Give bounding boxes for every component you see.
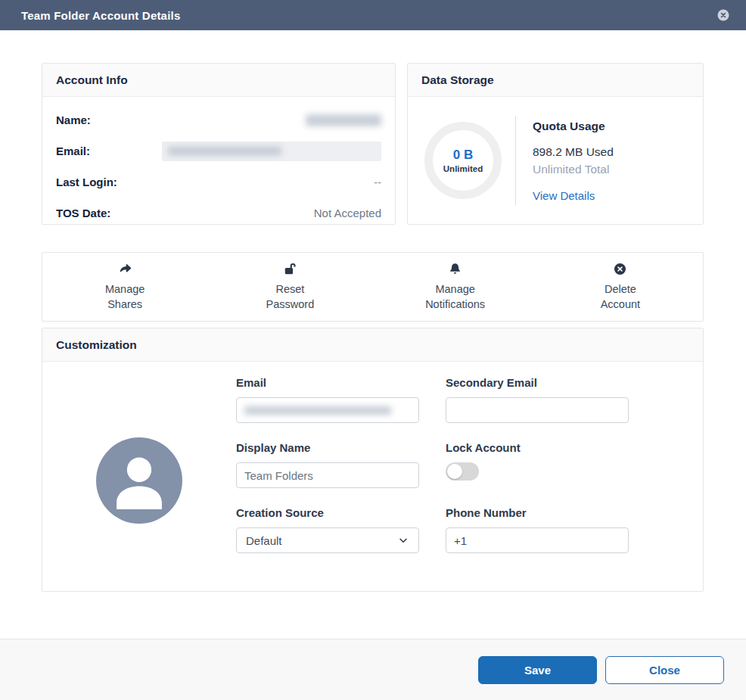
tos-date-value: Not Accepted xyxy=(314,207,381,219)
manage-notifications-label-line1: Manage xyxy=(435,282,474,297)
delete-account-label-line2: Account xyxy=(601,297,640,312)
unlock-icon xyxy=(283,263,297,276)
secondary-email-field-group: Secondary Email xyxy=(446,376,629,423)
manage-notifications-label-line2: Notifications xyxy=(425,297,485,312)
share-icon xyxy=(118,263,132,276)
email-field-group: Email xyxy=(236,376,419,423)
email-field[interactable] xyxy=(236,397,419,423)
custom-email-label: Email xyxy=(236,376,419,389)
redacted-email-value xyxy=(162,142,381,161)
account-email-row: Email: xyxy=(56,135,381,166)
quota-donut: 0 B Unlimited xyxy=(424,122,502,199)
chevron-down-icon xyxy=(397,534,409,546)
close-button[interactable]: Close xyxy=(605,656,724,684)
reset-password-button[interactable]: Reset Password xyxy=(207,263,372,312)
quota-total-value: Unlimited Total xyxy=(533,163,614,176)
lock-account-label: Lock Account xyxy=(446,441,629,454)
modal-header: Team Folder Account Details xyxy=(0,0,746,30)
data-storage-card: Data Storage 0 B Unlimited Quota Usage 8… xyxy=(407,63,704,225)
creation-source-label: Creation Source xyxy=(236,506,419,519)
account-info-title: Account Info xyxy=(42,64,395,97)
actions-bar: Manage Shares Reset Password Manage Noti… xyxy=(42,252,704,322)
email-label: Email: xyxy=(56,145,90,157)
display-name-field-group: Display Name xyxy=(236,441,419,488)
phone-number-label: Phone Number xyxy=(446,506,629,519)
x-circle-icon xyxy=(613,263,627,276)
avatar xyxy=(96,437,182,524)
quota-used-value: 898.2 MB Used xyxy=(533,145,614,159)
tos-date-row: TOS Date: Not Accepted xyxy=(56,198,381,229)
quota-usage-heading: Quota Usage xyxy=(533,120,614,133)
last-login-label: Last Login: xyxy=(56,176,117,188)
manage-shares-label-line1: Manage xyxy=(105,282,145,297)
creation-source-field-group: Creation Source Default xyxy=(236,506,419,553)
manage-shares-label-line2: Shares xyxy=(107,297,142,312)
last-login-row: Last Login: -- xyxy=(56,166,381,198)
delete-account-label-line1: Delete xyxy=(605,282,636,297)
storage-divider xyxy=(515,116,516,205)
secondary-email-field[interactable] xyxy=(446,397,629,423)
delete-account-button[interactable]: Delete Account xyxy=(538,263,703,312)
view-details-link[interactable]: View Details xyxy=(533,189,614,202)
reset-password-label-line2: Password xyxy=(266,297,315,312)
save-button[interactable]: Save xyxy=(478,656,597,684)
display-name-label: Display Name xyxy=(236,441,419,454)
modal-body: Account Info Name: Email: Last Login: --… xyxy=(0,30,746,639)
last-login-value: -- xyxy=(374,176,381,188)
creation-source-value: Default xyxy=(246,534,282,547)
data-storage-title: Data Storage xyxy=(408,64,703,97)
phone-number-field[interactable] xyxy=(446,527,629,553)
creation-source-select[interactable]: Default xyxy=(236,527,419,553)
account-name-row: Name: xyxy=(56,104,381,135)
manage-shares-button[interactable]: Manage Shares xyxy=(42,263,207,312)
modal-title: Team Folder Account Details xyxy=(21,9,180,22)
quota-donut-label: Unlimited xyxy=(443,164,483,173)
lock-account-toggle[interactable] xyxy=(446,462,479,481)
close-icon[interactable] xyxy=(716,8,731,23)
bell-icon xyxy=(448,263,462,276)
customization-card: Customization Email Secondary Email xyxy=(42,328,704,592)
redacted-email-input-value xyxy=(244,406,391,415)
lock-account-field-group: Lock Account xyxy=(446,441,629,488)
display-name-field[interactable] xyxy=(236,462,419,488)
quota-donut-value: 0 B xyxy=(453,148,473,163)
tos-date-label: TOS Date: xyxy=(56,207,110,219)
redacted-name-value xyxy=(306,114,381,126)
toggle-knob xyxy=(447,464,462,479)
phone-number-field-group: Phone Number xyxy=(446,506,629,553)
customization-title: Customization xyxy=(42,328,703,362)
name-label: Name: xyxy=(56,114,91,126)
reset-password-label-line1: Reset xyxy=(275,282,304,297)
account-info-card: Account Info Name: Email: Last Login: --… xyxy=(42,63,396,225)
manage-notifications-button[interactable]: Manage Notifications xyxy=(373,263,538,312)
person-icon xyxy=(96,437,182,524)
secondary-email-label: Secondary Email xyxy=(446,376,629,389)
modal-footer: Save Close xyxy=(0,639,746,700)
